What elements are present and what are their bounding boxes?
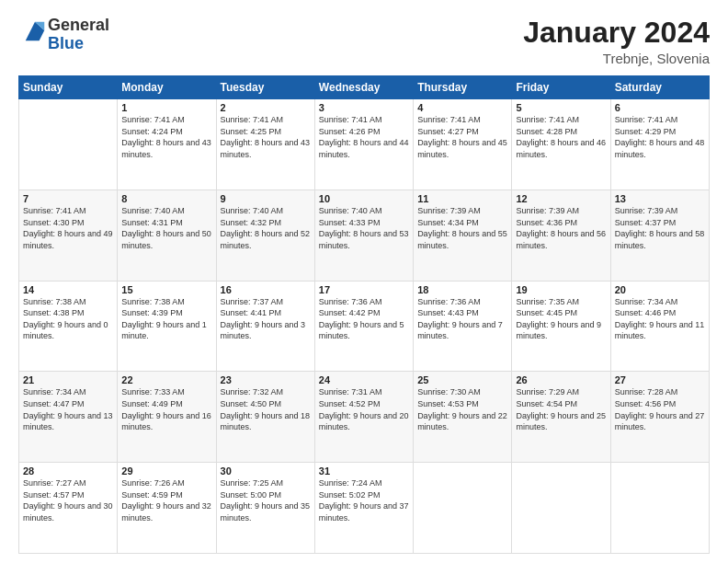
day-number: 28 (23, 465, 113, 477)
day-info: Sunrise: 7:39 AMSunset: 4:37 PMDaylight:… (615, 205, 705, 251)
calendar-cell: 27Sunrise: 7:28 AMSunset: 4:56 PMDayligh… (610, 372, 709, 463)
day-info: Sunrise: 7:41 AMSunset: 4:25 PMDaylight:… (221, 114, 311, 160)
calendar-cell: 3Sunrise: 7:41 AMSunset: 4:26 PMDaylight… (314, 99, 413, 190)
calendar-cell: 13Sunrise: 7:39 AMSunset: 4:37 PMDayligh… (610, 190, 709, 281)
day-number: 17 (319, 284, 409, 295)
day-info: Sunrise: 7:41 AMSunset: 4:28 PMDaylight:… (516, 114, 606, 160)
calendar-cell: 6Sunrise: 7:41 AMSunset: 4:29 PMDaylight… (610, 99, 709, 190)
logo-blue-label: Blue (48, 35, 109, 53)
calendar-week-row: 7Sunrise: 7:41 AMSunset: 4:30 PMDaylight… (19, 190, 710, 281)
day-info: Sunrise: 7:38 AMSunset: 4:38 PMDaylight:… (23, 296, 113, 342)
day-header-wednesday: Wednesday (314, 76, 413, 99)
calendar-cell: 4Sunrise: 7:41 AMSunset: 4:27 PMDaylight… (414, 99, 512, 190)
calendar-cell: 17Sunrise: 7:36 AMSunset: 4:42 PMDayligh… (314, 281, 413, 372)
day-info: Sunrise: 7:40 AMSunset: 4:33 PMDaylight:… (319, 205, 409, 251)
day-number: 2 (221, 102, 311, 113)
day-info: Sunrise: 7:35 AMSunset: 4:45 PMDaylight:… (516, 296, 606, 342)
calendar-week-row: 28Sunrise: 7:27 AMSunset: 4:57 PMDayligh… (19, 463, 710, 554)
calendar-cell: 7Sunrise: 7:41 AMSunset: 4:30 PMDaylight… (19, 190, 118, 281)
calendar-cell: 15Sunrise: 7:38 AMSunset: 4:39 PMDayligh… (118, 281, 216, 372)
day-info: Sunrise: 7:38 AMSunset: 4:39 PMDaylight:… (121, 296, 211, 342)
calendar-cell: 1Sunrise: 7:41 AMSunset: 4:24 PMDaylight… (118, 99, 216, 190)
day-number: 31 (319, 465, 409, 477)
calendar-cell (512, 463, 610, 554)
day-info: Sunrise: 7:41 AMSunset: 4:24 PMDaylight:… (121, 114, 211, 160)
calendar-week-row: 21Sunrise: 7:34 AMSunset: 4:47 PMDayligh… (19, 372, 710, 463)
day-number: 29 (121, 465, 211, 477)
calendar-cell: 26Sunrise: 7:29 AMSunset: 4:54 PMDayligh… (512, 372, 610, 463)
day-number: 13 (615, 193, 705, 204)
day-info: Sunrise: 7:25 AMSunset: 5:00 PMDaylight:… (221, 477, 311, 523)
day-info: Sunrise: 7:31 AMSunset: 4:52 PMDaylight:… (319, 386, 409, 432)
day-number: 10 (319, 193, 409, 204)
day-number: 7 (23, 193, 113, 204)
day-number: 8 (121, 193, 211, 204)
calendar-week-row: 14Sunrise: 7:38 AMSunset: 4:38 PMDayligh… (19, 281, 710, 372)
day-info: Sunrise: 7:30 AMSunset: 4:53 PMDaylight:… (417, 386, 507, 432)
calendar-cell: 22Sunrise: 7:33 AMSunset: 4:49 PMDayligh… (118, 372, 216, 463)
day-header-tuesday: Tuesday (216, 76, 314, 99)
day-info: Sunrise: 7:29 AMSunset: 4:54 PMDaylight:… (516, 386, 606, 432)
calendar-cell: 9Sunrise: 7:40 AMSunset: 4:32 PMDaylight… (216, 190, 314, 281)
location: Trebnje, Slovenia (523, 51, 710, 66)
logo-text: General Blue (48, 17, 109, 53)
calendar-header-row: SundayMondayTuesdayWednesdayThursdayFrid… (19, 76, 710, 99)
day-number: 1 (121, 102, 211, 113)
calendar-cell: 8Sunrise: 7:40 AMSunset: 4:31 PMDaylight… (118, 190, 216, 281)
day-number: 30 (221, 465, 311, 477)
day-number: 4 (417, 102, 507, 113)
day-info: Sunrise: 7:28 AMSunset: 4:56 PMDaylight:… (615, 386, 705, 432)
day-number: 27 (615, 374, 705, 385)
day-number: 15 (121, 284, 211, 295)
day-number: 14 (23, 284, 113, 295)
calendar-cell: 14Sunrise: 7:38 AMSunset: 4:38 PMDayligh… (19, 281, 118, 372)
day-info: Sunrise: 7:27 AMSunset: 4:57 PMDaylight:… (23, 477, 113, 523)
day-number: 20 (615, 284, 705, 295)
calendar-cell: 18Sunrise: 7:36 AMSunset: 4:43 PMDayligh… (414, 281, 512, 372)
day-number: 22 (121, 374, 211, 385)
day-info: Sunrise: 7:34 AMSunset: 4:46 PMDaylight:… (615, 296, 705, 342)
day-number: 26 (516, 374, 606, 385)
title-block: January 2024 Trebnje, Slovenia (523, 17, 710, 66)
day-header-thursday: Thursday (414, 76, 512, 99)
logo-icon (22, 18, 48, 44)
day-number: 18 (417, 284, 507, 295)
day-info: Sunrise: 7:41 AMSunset: 4:27 PMDaylight:… (417, 114, 507, 160)
calendar-cell: 10Sunrise: 7:40 AMSunset: 4:33 PMDayligh… (314, 190, 413, 281)
calendar-cell: 23Sunrise: 7:32 AMSunset: 4:50 PMDayligh… (216, 372, 314, 463)
day-number: 11 (417, 193, 507, 204)
calendar-cell: 19Sunrise: 7:35 AMSunset: 4:45 PMDayligh… (512, 281, 610, 372)
logo: General Blue (18, 17, 109, 53)
day-info: Sunrise: 7:41 AMSunset: 4:29 PMDaylight:… (615, 114, 705, 160)
calendar-cell: 21Sunrise: 7:34 AMSunset: 4:47 PMDayligh… (19, 372, 118, 463)
calendar-cell: 11Sunrise: 7:39 AMSunset: 4:34 PMDayligh… (414, 190, 512, 281)
calendar-cell: 2Sunrise: 7:41 AMSunset: 4:25 PMDaylight… (216, 99, 314, 190)
day-info: Sunrise: 7:36 AMSunset: 4:42 PMDaylight:… (319, 296, 409, 342)
day-info: Sunrise: 7:33 AMSunset: 4:49 PMDaylight:… (121, 386, 211, 432)
day-info: Sunrise: 7:32 AMSunset: 4:50 PMDaylight:… (221, 386, 311, 432)
day-info: Sunrise: 7:40 AMSunset: 4:31 PMDaylight:… (121, 205, 211, 251)
day-info: Sunrise: 7:26 AMSunset: 4:59 PMDaylight:… (121, 477, 211, 523)
calendar-cell (19, 99, 118, 190)
calendar-week-row: 1Sunrise: 7:41 AMSunset: 4:24 PMDaylight… (19, 99, 710, 190)
day-number: 21 (23, 374, 113, 385)
day-number: 3 (319, 102, 409, 113)
day-info: Sunrise: 7:41 AMSunset: 4:30 PMDaylight:… (23, 205, 113, 251)
day-header-sunday: Sunday (19, 76, 118, 99)
calendar-cell: 30Sunrise: 7:25 AMSunset: 5:00 PMDayligh… (216, 463, 314, 554)
calendar-cell (610, 463, 709, 554)
calendar-table: SundayMondayTuesdayWednesdayThursdayFrid… (18, 75, 710, 554)
day-info: Sunrise: 7:41 AMSunset: 4:26 PMDaylight:… (319, 114, 409, 160)
day-number: 24 (319, 374, 409, 385)
day-info: Sunrise: 7:39 AMSunset: 4:36 PMDaylight:… (516, 205, 606, 251)
day-number: 23 (221, 374, 311, 385)
calendar-cell: 29Sunrise: 7:26 AMSunset: 4:59 PMDayligh… (118, 463, 216, 554)
calendar-cell: 20Sunrise: 7:34 AMSunset: 4:46 PMDayligh… (610, 281, 709, 372)
day-number: 5 (516, 102, 606, 113)
calendar-cell: 5Sunrise: 7:41 AMSunset: 4:28 PMDaylight… (512, 99, 610, 190)
day-number: 19 (516, 284, 606, 295)
calendar-cell: 28Sunrise: 7:27 AMSunset: 4:57 PMDayligh… (19, 463, 118, 554)
calendar-cell: 25Sunrise: 7:30 AMSunset: 4:53 PMDayligh… (414, 372, 512, 463)
calendar-cell: 16Sunrise: 7:37 AMSunset: 4:41 PMDayligh… (216, 281, 314, 372)
month-title: January 2024 (523, 17, 710, 49)
